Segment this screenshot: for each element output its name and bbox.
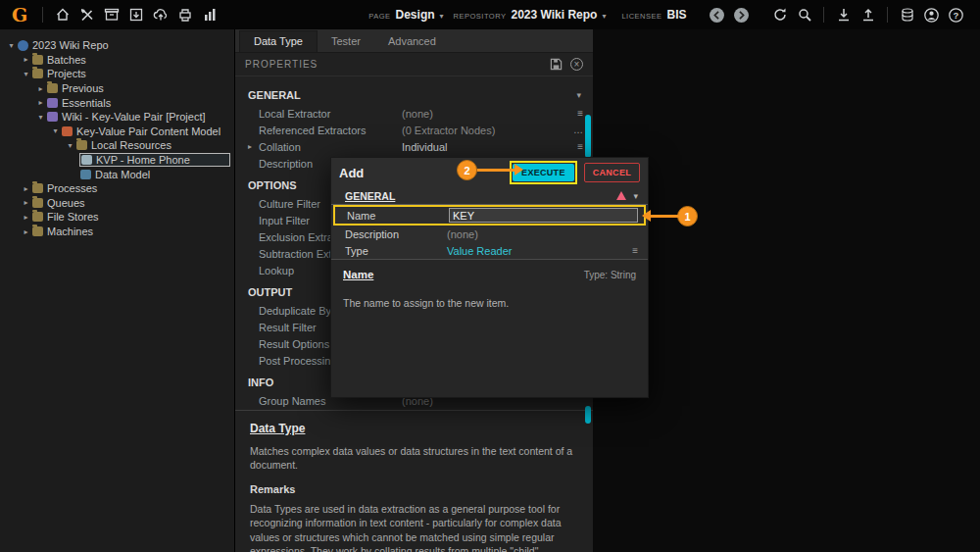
tree-item-wiki-kvp-project[interactable]: ▾ Wiki - Key-Value Pair [Project] [0,110,234,125]
property-label: Local Extractor [259,108,402,120]
tools-icon[interactable] [78,7,95,24]
folder-icon [32,212,43,222]
repository-selector[interactable]: REPOSITORY 2023 Wiki Repo [454,8,607,22]
repository-label: REPOSITORY [454,12,507,21]
tree-item-label: Data Model [95,169,150,180]
licensee-value: BIS [667,8,687,22]
dialog-help-type: Type: String [584,270,636,280]
expander-icon[interactable]: ▸ [248,142,252,151]
tree-item-data-model[interactable]: Data Model [0,167,234,181]
property-label: Referenced Extractors [259,125,402,136]
expander-icon[interactable]: ▾ [6,41,17,50]
repository-value: 2023 Wiki Repo [511,8,597,22]
bar-chart-icon[interactable] [201,7,218,24]
search-icon[interactable] [796,7,812,24]
expander-icon[interactable]: ▸ [21,184,31,193]
back-icon[interactable] [709,7,725,24]
navigation-tree: ▾ 2023 Wiki Repo ▸ Batches ▾ Projects ▸ … [0,29,235,552]
tree-item-local-resources[interactable]: ▾ Local Resources [0,138,234,153]
tree-item-essentials[interactable]: ▸ Essentials [0,95,234,110]
tree-item-label: Previous [62,82,104,94]
save-icon[interactable] [550,58,563,71]
forward-icon[interactable] [733,7,750,24]
expander-icon[interactable]: ▸ [21,227,31,236]
property-label: Collation [259,141,402,153]
tree-item-projects[interactable]: ▾ Projects [0,67,234,81]
tab-data-type[interactable]: Data Type [239,30,318,52]
data-model-icon [80,170,91,179]
expander-icon[interactable]: ▸ [35,84,46,93]
tree-item-batches[interactable]: ▸ Batches [0,53,234,68]
help-remarks-text: Data Types are used in data extraction a… [250,502,578,552]
property-row-referenced-extractors[interactable]: Referenced Extractors (0 Extractor Nodes… [235,122,593,138]
description-field-value: (none) [447,228,478,240]
upload-icon[interactable] [859,7,876,24]
expander-icon[interactable]: ▾ [35,113,46,122]
property-row-local-extractor[interactable]: Local Extractor (none) ≡ [235,105,593,122]
home-icon[interactable] [54,7,71,24]
page-selector[interactable]: PAGE Design [368,8,443,22]
chevron-down-icon[interactable]: ▾ [576,90,581,100]
tab-advanced[interactable]: Advanced [374,31,450,52]
page-label: PAGE [368,12,390,21]
property-row-collation[interactable]: ▸ Collation Individual ≡ [235,138,593,155]
tree-item-kvp-home-phone[interactable]: KVP - Home Phone [0,153,234,168]
print-export-icon[interactable] [176,7,193,24]
type-field-value: Value Reader [447,245,512,257]
dialog-group-general[interactable]: GENERAL ▾ [331,187,648,205]
cloud-upload-icon[interactable] [152,7,169,24]
help-icon[interactable]: ? [948,7,964,24]
selected-node-highlight[interactable]: KVP - Home Phone [79,153,230,167]
expander-icon[interactable]: ▾ [50,126,61,135]
add-dialog-header: Add EXECUTE CANCEL [331,158,648,187]
import-box-icon[interactable] [127,7,144,24]
account-icon[interactable] [923,7,940,24]
tree-item-label: 2023 Wiki Repo [32,39,109,51]
description-field-label: Description [345,228,447,240]
expander-icon[interactable]: ▸ [35,98,46,107]
scrollbar-thumb[interactable] [585,115,591,158]
expander-icon[interactable]: ▸ [21,213,31,222]
project-icon [47,98,58,108]
refresh-icon[interactable] [771,7,788,24]
chevron-down-icon[interactable]: ▾ [633,191,638,201]
tree-item-processes[interactable]: ▸ Processes [0,181,234,196]
tree-item-file-stores[interactable]: ▸ File Stores [0,210,234,225]
cancel-button[interactable]: CANCEL [584,163,640,182]
licensee-label: LICENSEE [621,12,662,21]
scrollbar-thumb[interactable] [585,406,591,424]
description-field-row[interactable]: Description (none) [331,226,648,242]
tree-item-label: Key-Value Pair Content Model [76,125,220,137]
property-group-general[interactable]: GENERAL ▾ [235,85,593,105]
tree-item-repo-root[interactable]: ▾ 2023 Wiki Repo [0,38,234,53]
tree-item-kvp-content-model[interactable]: ▾ Key-Value Pair Content Model [0,125,234,139]
tree-item-queues[interactable]: ▸ Queues [0,196,234,211]
add-dialog: Add EXECUTE CANCEL GENERAL ▾ Name Descri… [330,157,649,398]
tree-item-label: Batches [47,54,86,66]
batch-box-icon[interactable] [103,7,120,24]
folder-icon [32,69,43,78]
tree-item-label: Local Resources [91,139,172,151]
folder-icon [32,198,43,208]
expander-icon[interactable]: ▾ [21,70,31,78]
dialog-help-text: The name to assign to the new item. [343,297,636,309]
warning-icon [616,191,626,200]
tab-tester[interactable]: Tester [318,31,374,52]
expander-icon[interactable]: ▾ [65,141,75,150]
page-value: Design [396,8,435,22]
help-panel: Data Type Matches complex data values or… [235,410,593,552]
type-field-row[interactable]: Type Value Reader ≡ [331,242,648,259]
expander-icon[interactable]: ▸ [21,55,31,64]
tab-bar: Data Type Tester Advanced [235,29,593,53]
data-type-icon [81,155,92,165]
tree-item-machines[interactable]: ▸ Machines [0,225,234,239]
layers-icon[interactable] [899,7,915,24]
tree-item-previous[interactable]: ▸ Previous [0,81,234,96]
editor-icon[interactable]: ≡ [632,245,648,256]
close-icon[interactable]: × [570,58,583,71]
name-input[interactable] [449,208,638,223]
content-model-icon [62,126,73,136]
tree-item-label: Queues [47,197,85,209]
expander-icon[interactable]: ▸ [21,198,31,207]
download-icon[interactable] [835,7,852,24]
